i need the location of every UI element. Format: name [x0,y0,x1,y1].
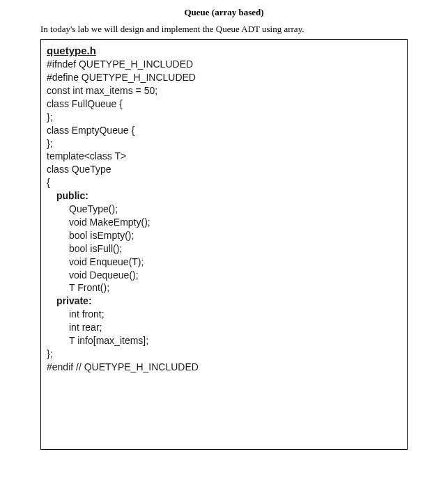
intro-text: In today's lab we will design and implem… [40,24,448,35]
code-line-public: public: [47,189,401,203]
code-line: { [47,176,401,189]
code-listing-box: quetype.h #ifndef QUETYPE_H_INCLUDED #de… [40,39,408,450]
code-line: }; [47,111,401,124]
code-line: class FullQueue { [47,97,401,111]
code-line: }; [47,347,401,361]
code-line: T Front(); [47,281,401,295]
code-line: int front; [47,308,401,321]
code-line: #ifndef QUETYPE_H_INCLUDED [47,58,401,71]
code-line-private: private: [47,295,401,308]
code-line: void Dequeue(); [47,269,401,282]
code-line: class QueType [47,163,401,176]
code-line: class EmptyQueue { [47,124,401,137]
page-title: Queue (array based) [0,7,448,18]
code-line: T info[max_items]; [47,334,401,347]
code-line: int rear; [47,321,401,334]
code-line: template<class T> [47,150,401,163]
code-line: #define QUETYPE_H_INCLUDED [47,71,401,84]
code-line: bool isEmpty(); [47,229,401,242]
code-line: #endif // QUETYPE_H_INCLUDED [47,361,401,374]
code-line: void MakeEmpty(); [47,216,401,229]
code-filename: quetype.h [47,44,401,58]
code-line: }; [47,137,401,150]
code-line: QueType(); [47,203,401,216]
code-line: void Enqueue(T); [47,256,401,269]
code-line: const int max_items = 50; [47,84,401,97]
code-line: bool isFull(); [47,242,401,256]
